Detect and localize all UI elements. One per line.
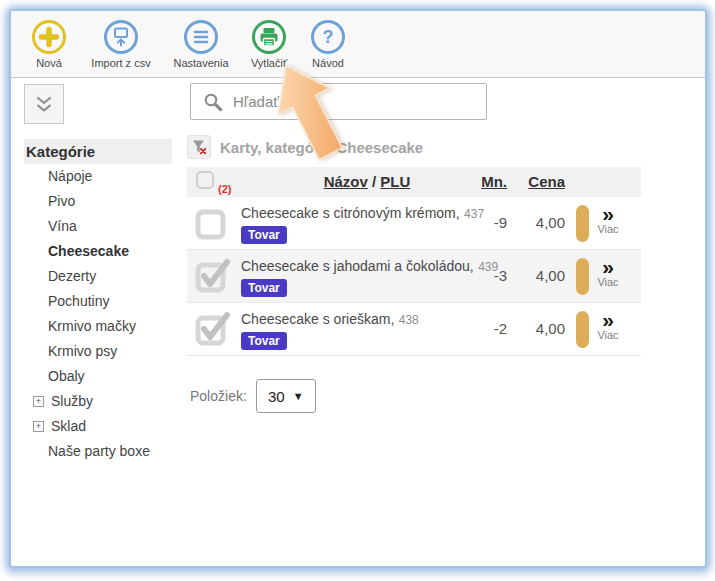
column-header-price: Cena — [521, 173, 565, 190]
sort-by-name[interactable]: Názov — [324, 173, 368, 190]
sidebar-item-sklad[interactable]: +Sklad — [24, 414, 172, 439]
product-info: Cheesecake s orieškam, 438 Tovar — [241, 310, 419, 350]
pagination: Položiek: 30 ▼ — [190, 379, 316, 413]
cards-table: (2) Názov / PLU Mn. Cena Cheeseca — [187, 167, 641, 356]
more-button[interactable]: » Viac — [585, 203, 631, 235]
sidebar-item-krmivo-macky[interactable]: Krmivo mačky — [24, 314, 172, 339]
row-checkbox-checked[interactable] — [193, 259, 231, 299]
sidebar-item-label: Sklad — [51, 418, 86, 434]
more-button[interactable]: » Viac — [585, 309, 631, 341]
product-plu: 438 — [399, 313, 419, 327]
double-chevron-right-icon: » — [585, 203, 631, 225]
toolbar-label-print: Vytlačiť — [241, 57, 297, 69]
items-per-page-label: Položiek: — [190, 388, 247, 404]
search-input[interactable] — [233, 93, 473, 110]
menu-lines-icon — [184, 20, 218, 54]
quantity-value: -9 — [467, 214, 507, 231]
more-label: Viac — [585, 276, 631, 288]
type-badge[interactable]: Tovar — [241, 226, 287, 244]
more-label: Viac — [585, 223, 631, 235]
product-name[interactable]: Cheesecake s citrónovým krémom, — [241, 205, 460, 221]
toolbar-label-settings: Nastavenia — [163, 57, 239, 69]
expand-plus-icon[interactable]: + — [33, 396, 44, 407]
select-all-checkbox[interactable] — [196, 171, 214, 189]
table-row: Cheesecake s jahodami a čokoládou, 439 T… — [187, 250, 641, 303]
search-icon — [203, 92, 223, 112]
selected-count: (2) — [218, 183, 231, 195]
toolbar-button-print[interactable]: Vytlačiť — [241, 20, 297, 69]
row-checkbox-unchecked[interactable] — [193, 206, 229, 246]
type-badge[interactable]: Tovar — [241, 279, 287, 297]
sidebar-item-krmivo-psy[interactable]: Krmivo psy — [24, 339, 172, 364]
expand-plus-icon[interactable]: + — [33, 421, 44, 432]
printer-icon — [252, 20, 286, 54]
double-chevron-down-icon — [33, 93, 55, 115]
more-label: Viac — [585, 329, 631, 341]
question-icon: ? — [311, 20, 345, 54]
sidebar-item-cheesecake[interactable]: Cheesecake — [24, 239, 172, 264]
sidebar-item-pochutiny[interactable]: Pochutiny — [24, 289, 172, 314]
sidebar-item-label: Služby — [51, 393, 93, 409]
type-badge[interactable]: Tovar — [241, 332, 287, 350]
toolbar-label-new: Nová — [25, 57, 73, 69]
double-chevron-right-icon: » — [585, 256, 631, 278]
price-value: 4,00 — [521, 320, 565, 337]
filter-remove-icon — [191, 139, 207, 155]
product-name[interactable]: Cheesecake s orieškam, — [241, 311, 394, 327]
double-chevron-right-icon: » — [585, 309, 631, 331]
items-per-page-value: 30 — [268, 388, 285, 405]
table-row: Cheesecake s citrónovým krémom, 437 Tova… — [187, 197, 641, 250]
remove-filter-button[interactable] — [187, 135, 211, 159]
table-row: Cheesecake s orieškam, 438 Tovar -2 4,00… — [187, 303, 641, 356]
toolbar-button-new[interactable]: Nová — [25, 20, 73, 69]
sidebar-item-napoje[interactable]: Nápoje — [24, 164, 172, 189]
product-info: Cheesecake s citrónovým krémom, 437 Tova… — [241, 204, 484, 244]
sidebar-item-nase-party-boxe[interactable]: Naše party boxe — [24, 439, 172, 464]
sidebar-item-vina[interactable]: Vína — [24, 214, 172, 239]
column-header-qty: Mn. — [467, 173, 507, 190]
sort-by-price[interactable]: Cena — [528, 173, 565, 190]
sidebar-item-sluzby[interactable]: +Služby — [24, 389, 172, 414]
page-title: Karty, kategória Cheesecake — [220, 139, 423, 156]
price-value: 4,00 — [521, 267, 565, 284]
plus-icon — [32, 20, 66, 54]
row-checkbox-checked[interactable] — [193, 312, 231, 352]
quantity-value: -2 — [467, 320, 507, 337]
toolbar-label-help: Návod — [303, 57, 353, 69]
sidebar-item-dezerty[interactable]: Dezerty — [24, 264, 172, 289]
toolbar-label-import-csv: Import z csv — [81, 57, 161, 69]
toolbar-button-settings[interactable]: Nastavenia — [163, 20, 239, 69]
more-button[interactable]: » Viac — [585, 256, 631, 288]
quantity-value: -3 — [467, 267, 507, 284]
monitor-upload-icon — [104, 20, 138, 54]
sidebar-item-obaly[interactable]: Obaly — [24, 364, 172, 389]
column-separator: / — [372, 173, 376, 190]
price-value: 4,00 — [521, 214, 565, 231]
product-info: Cheesecake s jahodami a čokoládou, 439 T… — [241, 257, 498, 297]
app-window: Nová Import z csv Nastavenia — [9, 9, 707, 568]
product-name[interactable]: Cheesecake s jahodami a čokoládou, — [241, 258, 474, 274]
sidebar-header-categories[interactable]: Kategórie — [24, 139, 172, 164]
column-header-name-plu: Názov / PLU — [277, 173, 457, 190]
sidebar-item-pivo[interactable]: Pivo — [24, 189, 172, 214]
toolbar-button-import-csv[interactable]: Import z csv — [81, 20, 161, 69]
toolbar-button-help[interactable]: ? Návod — [303, 20, 353, 69]
search-box — [190, 83, 487, 120]
collapse-sidebar-button[interactable] — [24, 84, 64, 124]
table-header: (2) Názov / PLU Mn. Cena — [187, 167, 641, 197]
sort-by-qty[interactable]: Mn. — [481, 173, 507, 190]
sidebar: Kategórie Nápoje Pivo Vína Cheesecake De… — [24, 139, 172, 464]
chevron-down-icon: ▼ — [293, 390, 304, 402]
toolbar: Nová Import z csv Nastavenia — [11, 11, 705, 78]
items-per-page-select[interactable]: 30 ▼ — [256, 379, 316, 413]
sort-by-plu[interactable]: PLU — [380, 173, 410, 190]
